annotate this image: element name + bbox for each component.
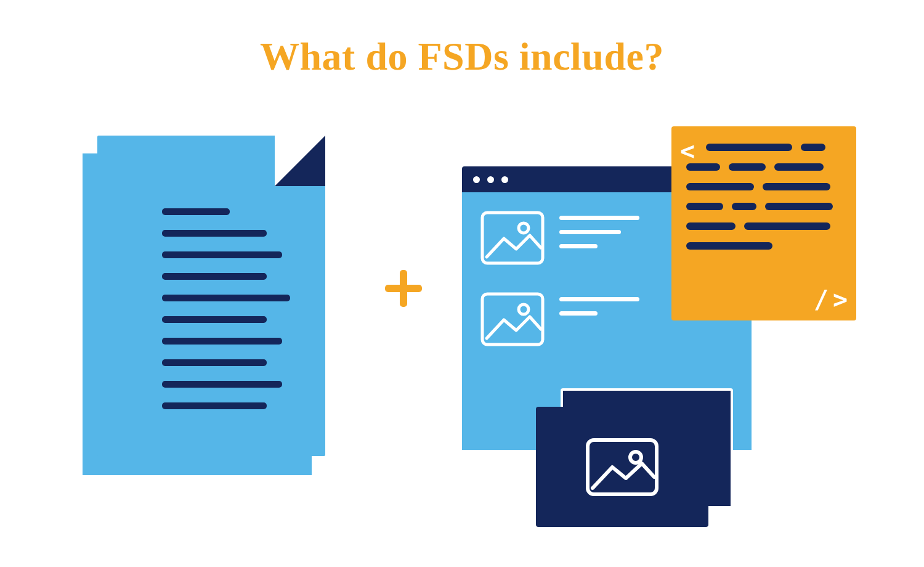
document-text-lines [162,208,285,409]
slash-icon: / [814,287,829,312]
photo-card-front [536,407,708,527]
angle-bracket-open-icon: < [680,139,695,163]
svg-point-5 [630,452,641,463]
code-panel-icon: < / > [671,126,856,320]
page-title: What do FSDs include? [0,34,924,80]
page-fold-icon [275,136,325,186]
image-placeholder-icon [480,292,545,346]
illustration-stage: < / > [0,123,924,555]
window-dot-icon [501,176,508,183]
document-front-page [97,136,325,456]
ui-assets-cluster: < / > [462,117,844,536]
photo-stack-icon [536,388,733,530]
plus-icon [385,270,422,307]
window-dot-icon [473,176,480,183]
window-dot-icon [487,176,494,183]
image-placeholder-icon [585,438,659,497]
svg-point-1 [519,223,529,233]
angle-bracket-close-icon: > [833,287,848,312]
document-stack-icon [80,136,326,481]
image-placeholder-icon [480,211,545,265]
svg-point-3 [519,304,529,314]
